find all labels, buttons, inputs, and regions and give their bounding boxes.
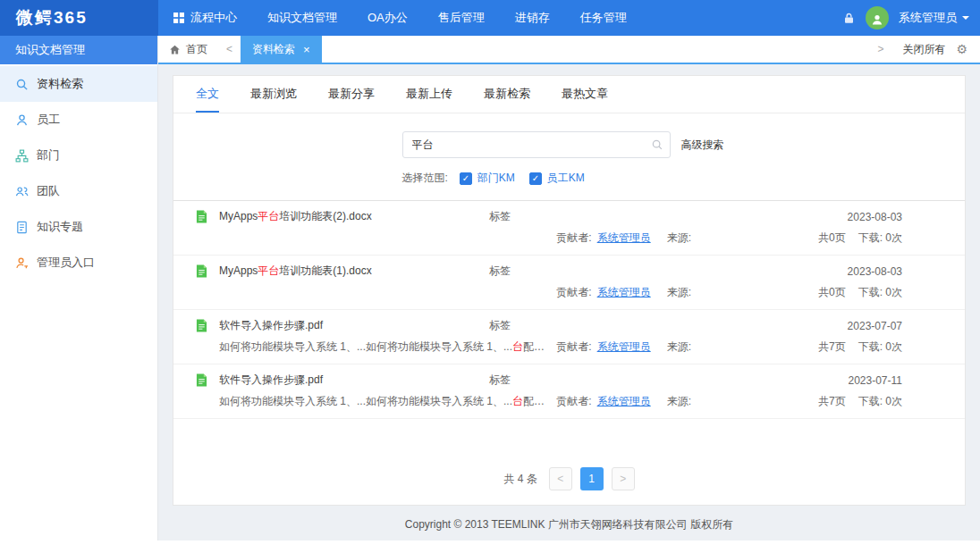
text-part: 软件导入操作步骤.pdf — [219, 319, 323, 331]
contributor-link[interactable]: 系统管理员 — [597, 230, 651, 246]
highlighted-term: 台 — [512, 340, 523, 353]
home-tab[interactable]: 首页 — [158, 42, 218, 57]
team-icon — [15, 185, 29, 198]
work-area: 全文最新浏览最新分享最新上传最新检索最热文章 高级搜索 — [158, 64, 980, 540]
scope-options: ✓部门KM✓员工KM — [460, 171, 585, 186]
top-nav-item-label: 流程中心 — [190, 10, 237, 26]
pagination-total: 共 4 条 — [503, 472, 536, 487]
grid-icon — [173, 13, 184, 23]
source-label: 来源: — [667, 230, 691, 246]
result-tag-label: 标签 — [489, 318, 759, 333]
top-nav-item-label: 进销存 — [515, 10, 550, 26]
content-tabs: 全文最新浏览最新分享最新上传最新检索最热文章 — [173, 76, 965, 113]
result-line1: 软件导入操作步骤.pdf标签2023-07-07 — [196, 318, 902, 333]
result-line2: 贡献者:系统管理员来源:共0页下载: 0次 — [196, 230, 902, 246]
top-nav-item-3[interactable]: OA办公 — [352, 0, 423, 36]
home-tab-label: 首页 — [186, 42, 207, 57]
result-file-name-link[interactable]: 软件导入操作步骤.pdf — [219, 373, 489, 388]
checkbox-icon[interactable]: ✓ — [529, 172, 542, 185]
sidebar-item-label: 部门 — [37, 147, 60, 163]
result-row-1: MyApps平台培训功能表(2).docx标签2023-08-03贡献者:系统管… — [173, 201, 965, 256]
top-nav-item-2[interactable]: 知识文档管理 — [252, 0, 352, 36]
result-line2: 如何将功能模块导入系统 1、...如何将功能模块导入系统 1、...台配置权限,… — [196, 394, 902, 409]
result-line1: MyApps平台培训功能表(2).docx标签2023-08-03 — [196, 209, 902, 224]
file-icon — [196, 264, 207, 278]
highlighted-term: 平台 — [258, 210, 279, 222]
result-stats: 共0页下载: 0次 — [741, 230, 902, 246]
sidebar-item-3[interactable]: 部门 — [0, 138, 157, 173]
text-part: 配置权限, http://localhost:8080/ob... — [523, 340, 556, 353]
avatar[interactable] — [866, 6, 889, 29]
file-icon — [196, 319, 207, 332]
sidebar-item-2[interactable]: 员工 — [0, 102, 157, 138]
source-label: 来源: — [667, 339, 691, 355]
sidebar-item-5[interactable]: 知识专题 — [0, 209, 157, 245]
top-nav-item-label: 任务管理 — [580, 10, 627, 26]
close-all-button[interactable]: 关闭所有 — [902, 42, 945, 57]
top-nav-item-4[interactable]: 售后管理 — [423, 0, 500, 36]
tab-scroll-left-icon[interactable]: < — [218, 43, 241, 55]
checkbox-icon[interactable]: ✓ — [460, 172, 472, 185]
top-bar-right: 系统管理员 — [842, 0, 980, 36]
result-pages: 共7页 — [818, 394, 846, 409]
app-logo: 微鳄365 — [0, 0, 158, 36]
top-bar: 微鳄365 流程中心知识文档管理OA办公售后管理进销存任务管理 系统管理员 — [0, 0, 980, 36]
result-stats: 共7页下载: 0次 — [741, 394, 902, 409]
sidebar-item-6[interactable]: 管理员入口 — [0, 245, 157, 281]
lock-icon[interactable] — [842, 12, 856, 25]
sidebar-item-label: 团队 — [37, 183, 60, 199]
result-row-4: 软件导入操作步骤.pdf标签2023-07-11如何将功能模块导入系统 1、..… — [173, 364, 965, 419]
content-tab-2[interactable]: 最新浏览 — [250, 76, 297, 113]
text-part: 培训功能表(2).docx — [279, 210, 371, 222]
top-nav-item-1[interactable]: 流程中心 — [158, 0, 252, 36]
scope-option-1[interactable]: ✓部门KM — [460, 171, 515, 186]
tab-active[interactable]: 资料检索 × — [241, 36, 322, 63]
text-part: 软件导入操作步骤.pdf — [219, 373, 323, 386]
content-card: 全文最新浏览最新分享最新上传最新检索最热文章 高级搜索 — [173, 75, 966, 506]
sidebar-item-4[interactable]: 团队 — [0, 173, 157, 209]
pagination-page-1[interactable]: 1 — [580, 467, 604, 490]
search-input[interactable] — [402, 131, 671, 158]
contributor-label: 贡献者: — [556, 230, 591, 246]
content-tab-1[interactable]: 全文 — [196, 76, 219, 113]
result-contributor-row: 贡献者:系统管理员来源: — [556, 339, 691, 355]
contributor-link[interactable]: 系统管理员 — [597, 394, 651, 409]
result-snippet: 如何将功能模块导入系统 1、...如何将功能模块导入系统 1、...台配置权限,… — [219, 394, 556, 409]
contributor-label: 贡献者: — [556, 285, 591, 300]
search-icon[interactable] — [651, 138, 663, 151]
scope-option-2[interactable]: ✓员工KM — [529, 171, 585, 186]
scope-label: 选择范围: — [402, 171, 448, 186]
pagination-prev-button[interactable]: < — [549, 467, 572, 490]
result-file-name-link[interactable]: MyApps平台培训功能表(2).docx — [219, 209, 489, 224]
tab-strip-right: > 关闭所有 ⚙ — [869, 42, 980, 57]
advanced-search-link[interactable]: 高级搜索 — [681, 138, 724, 153]
content-tab-4[interactable]: 最新上传 — [406, 76, 452, 113]
content-tab-6[interactable]: 最热文章 — [562, 76, 608, 113]
result-date: 2023-08-03 — [759, 211, 902, 223]
top-nav-item-6[interactable]: 任务管理 — [565, 0, 642, 36]
result-tag-label: 标签 — [489, 209, 759, 224]
top-nav-item-5[interactable]: 进销存 — [500, 0, 565, 36]
result-snippet: 如何将功能模块导入系统 1、...如何将功能模块导入系统 1、...台配置权限,… — [219, 339, 556, 355]
file-icon — [196, 373, 207, 387]
result-file-name-link[interactable]: MyApps平台培训功能表(1).docx — [219, 264, 489, 279]
result-file-name-link[interactable]: 软件导入操作步骤.pdf — [219, 318, 489, 333]
department-icon — [15, 149, 29, 163]
sidebar-item-label: 管理员入口 — [37, 255, 95, 271]
result-pages: 共7页 — [818, 339, 846, 355]
result-date: 2023-07-07 — [759, 320, 902, 332]
result-line2: 如何将功能模块导入系统 1、...如何将功能模块导入系统 1、...台配置权限,… — [196, 339, 902, 355]
sidebar-item-1[interactable]: 资料检索 — [0, 66, 157, 102]
content-tab-5[interactable]: 最新检索 — [484, 76, 530, 113]
contributor-link[interactable]: 系统管理员 — [597, 339, 651, 355]
tab-scroll-right-icon[interactable]: > — [869, 43, 891, 55]
result-line1: MyApps平台培训功能表(1).docx标签2023-08-03 — [196, 264, 902, 279]
close-icon[interactable]: × — [303, 43, 310, 56]
gear-icon[interactable]: ⚙ — [956, 42, 967, 56]
content-tab-3[interactable]: 最新分享 — [328, 76, 375, 113]
pagination-next-button[interactable]: > — [612, 467, 635, 490]
result-stats: 共7页下载: 0次 — [741, 339, 902, 355]
user-menu[interactable]: 系统管理员 — [899, 10, 969, 26]
contributor-link[interactable]: 系统管理员 — [597, 285, 651, 300]
result-line2: 贡献者:系统管理员来源:共0页下载: 0次 — [196, 285, 902, 300]
